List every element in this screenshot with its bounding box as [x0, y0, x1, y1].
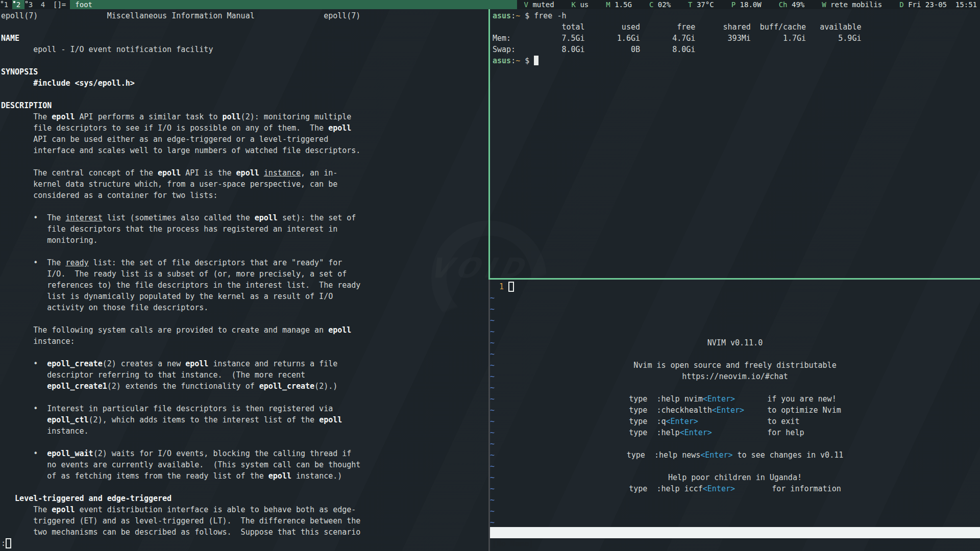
text-segment: interface and scales well to large numbe… [1, 146, 360, 155]
pager-prompt: : [1, 538, 11, 549]
text-segment: P [731, 1, 736, 9]
nvim-empty-line: ~ [490, 326, 495, 337]
man-page-line: file descriptors to see if I/O is possib… [1, 122, 351, 134]
focused-window-bottom-border [488, 278, 980, 280]
workspace-tag-4[interactable]: 4 [37, 0, 49, 9]
text-segment: (2): monitoring multiple [241, 112, 352, 121]
text-segment: epoll_wait [47, 449, 93, 458]
nvim-empty-line: ~ [490, 292, 495, 304]
status-item-p: P 18.0W [731, 0, 762, 9]
free-output-line: total used free shared buff/cache availa… [493, 21, 861, 33]
text-segment: epoll [255, 213, 278, 222]
text-segment: ~ [490, 327, 495, 336]
text-segment: us [576, 1, 589, 9]
nvim-empty-line: ~ [490, 438, 495, 449]
text-segment: 1.5G [610, 1, 632, 9]
nvim-empty-line: ~ [490, 348, 495, 360]
text-segment: Nvim is open source and freely distribut… [633, 360, 836, 371]
nvim-empty-line: ~ [490, 315, 495, 326]
text-segment: K [572, 1, 576, 9]
workspace-tag-2[interactable]: 2 [12, 0, 24, 9]
text-segment: ~ [490, 383, 495, 392]
man-page-line: • The ready list: the set of file descri… [1, 257, 342, 268]
status-item-c: C 02% [649, 0, 671, 9]
nvim-intro-line: type :help<Enter> for help [490, 427, 980, 438]
shell-prompt-line: asus:~ $ [493, 55, 538, 66]
text-segment: file descriptors that the process has re… [1, 224, 337, 234]
text-segment: ~ [490, 495, 495, 505]
text-segment: total used free shared buff/cache availa… [493, 22, 861, 32]
text-segment: ~ [516, 11, 520, 20]
text-segment: (2) creates a new [103, 359, 186, 368]
text-segment: instance and returns a file [208, 359, 337, 368]
text-segment: 1 [499, 282, 504, 291]
text-segment: ~ [490, 293, 495, 303]
text-segment: set): the set of [278, 213, 356, 222]
text-segment: : [511, 56, 516, 65]
nvim-empty-line: ~ [490, 506, 495, 517]
text-segment [504, 282, 508, 291]
man-page-line: descriptor referring to that instance. (… [1, 369, 305, 381]
nvim-intro-line: NVIM v0.11.0 [490, 337, 980, 348]
text-segment: <Enter> [700, 449, 732, 461]
workspace-tag-1[interactable]: 1 [0, 0, 12, 9]
man-page-line: interface and scales well to large numbe… [1, 145, 360, 156]
text-segment: #include <sys/epoll.h> [33, 79, 135, 88]
man-page-line: • epoll_create(2) creates a new epoll in… [1, 358, 337, 369]
text-segment: rete mobilis [826, 1, 883, 9]
man-page-terminal[interactable]: epoll(7) Miscellaneous Information Manua… [0, 9, 488, 551]
nvim-empty-line: ~ [490, 461, 495, 472]
nvim-empty-line: ~ [490, 304, 495, 315]
text-segment: descriptor referring to that instance. (… [1, 370, 305, 380]
text-segment: kernel data structure which, from a user… [1, 180, 337, 189]
nvim-intro-line: type :help news<Enter> to see changes in… [490, 449, 980, 461]
text-segment: Help poor children in Uganda! [668, 472, 802, 483]
man-page-line: instance. [1, 425, 89, 437]
text-segment: ~ [490, 349, 495, 359]
bar-status: V mutedK usM 1.5GC 02%T 37°CP 18.0WCh 49… [517, 0, 980, 9]
text-segment: epoll_create [47, 359, 102, 368]
nvim-cursor [508, 282, 514, 292]
text-segment: list (sometimes also called the [103, 213, 255, 222]
layout-indicator[interactable]: []= [49, 0, 70, 9]
man-page-line: epoll - I/O event notification facility [1, 44, 213, 55]
tag-client-indicator-icon [26, 1, 28, 3]
text-segment: instance.) [291, 471, 342, 481]
text-segment: monitoring. [1, 236, 98, 245]
text-segment [1, 382, 47, 391]
man-page-line: I/O. The ready list is a subset of (or, … [1, 268, 347, 280]
text-segment: epoll - I/O event notification facility [1, 45, 213, 54]
text-segment: ~ [490, 439, 495, 448]
unfocused-window-left-border [488, 280, 490, 551]
man-page-line: file descriptors that the process has re… [1, 223, 337, 235]
text-segment: epoll [52, 505, 75, 514]
man-page-line: activity on those file descriptors. [1, 302, 208, 313]
tag-client-indicator-icon [1, 1, 3, 3]
free-output-line: Mem: 7.5Gi 1.6Gi 4.7Gi 393Mi 1.7Gi 5.9Gi [493, 33, 861, 44]
workspace-tags: 1234 [0, 0, 49, 9]
text-segment: epoll_ctl [47, 415, 88, 424]
text-segment: type :checkhealth [629, 405, 712, 416]
nvim-terminal[interactable]: [No Name] 0,0-1 All 1 ~~~~~~~~~~~~~~~~~~… [490, 280, 980, 551]
man-page-line: Level-triggered and edge-triggered [1, 493, 172, 504]
man-page-line: instance: [1, 336, 75, 347]
text-segment: references to) the file descriptors in t… [1, 281, 360, 290]
status-item-k: K us [572, 0, 589, 9]
text-segment: (2), which adds items to the interest li… [89, 415, 320, 424]
text-segment: epoll_create [259, 382, 314, 391]
text-segment: epoll [319, 415, 342, 424]
text-segment: • The [1, 213, 65, 222]
text-segment: 1 [4, 1, 8, 9]
text-segment: of as fetching items from the ready list… [1, 471, 268, 481]
man-page-line: The epoll API performs a similar task to… [1, 111, 351, 122]
workspace-tag-3[interactable]: 3 [24, 0, 37, 9]
text-segment: type :help nvim [629, 393, 703, 405]
status-item-d: D Fri 23-05 15:51 [899, 0, 977, 9]
tag-client-indicator-icon [13, 1, 15, 3]
text-segment: API can be used either as an edge-trigge… [1, 135, 328, 144]
text-segment: if you are new! [735, 393, 841, 405]
text-segment: 2 [16, 1, 20, 9]
text-segment: considered as a container for two lists: [1, 191, 217, 200]
text-segment: asus [493, 56, 511, 65]
shell-terminal[interactable]: asus:~ $ free -h total used free shared … [490, 9, 980, 278]
